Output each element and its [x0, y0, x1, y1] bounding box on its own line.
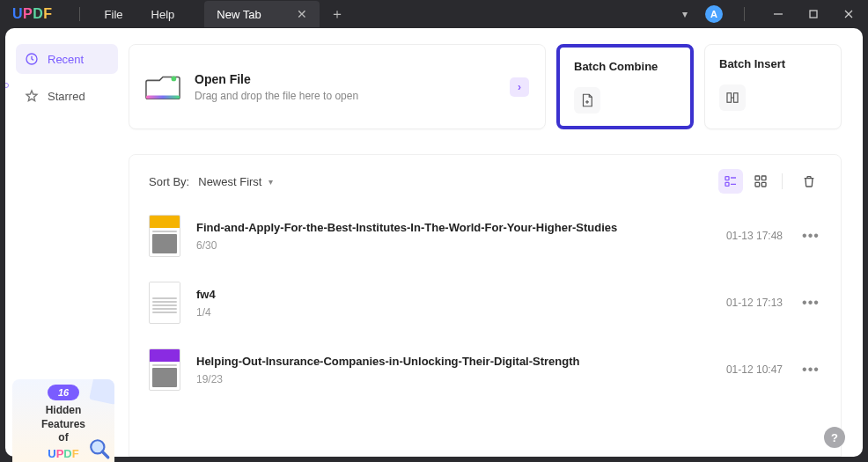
more-options-icon[interactable]: ••• [800, 295, 821, 311]
folder-icon [145, 71, 180, 103]
trash-icon [802, 174, 816, 188]
file-pages: 19/23 [196, 373, 726, 385]
svg-rect-16 [755, 182, 760, 187]
promo-line2: Features [19, 418, 107, 432]
separator [744, 7, 745, 21]
file-pages: 6/30 [196, 239, 726, 252]
sort-value: Newest First [198, 175, 261, 188]
chevron-right-icon[interactable]: › [510, 77, 529, 97]
svg-rect-8 [727, 93, 732, 103]
content-area: Open File Drag and drop the file here to… [129, 28, 863, 457]
svg-rect-10 [725, 177, 729, 180]
recent-files-panel: Sort By: Newest First ▾ [129, 154, 842, 457]
svg-rect-1 [810, 11, 817, 18]
help-button[interactable]: ? [824, 427, 845, 448]
svg-rect-11 [725, 182, 729, 186]
file-thumbnail [149, 282, 180, 324]
batch-combine-title: Batch Combine [574, 60, 676, 73]
clock-icon [25, 52, 39, 66]
file-thumbnail [149, 348, 180, 391]
file-date: 01-12 10:47 [726, 363, 783, 376]
sort-by-label: Sort By: [149, 175, 189, 188]
user-avatar[interactable]: A [705, 5, 723, 23]
window-minimize[interactable] [766, 2, 791, 26]
view-list-button[interactable] [718, 169, 743, 194]
delete-button[interactable] [797, 169, 821, 194]
list-view-icon [724, 174, 738, 188]
promo-badge: 16 [48, 385, 79, 400]
more-options-icon[interactable]: ••• [800, 362, 821, 378]
view-grid-button[interactable] [748, 169, 773, 194]
file-date: 01-12 17:13 [726, 297, 783, 309]
sort-dropdown[interactable]: Newest First ▾ [198, 175, 273, 188]
file-thumbnail [149, 215, 180, 257]
file-pages: 1/4 [196, 306, 726, 319]
svg-line-19 [102, 451, 108, 458]
sidebar-item-starred[interactable]: Starred [16, 81, 118, 111]
open-file-title: Open File [195, 72, 358, 86]
combine-icon [579, 92, 595, 108]
separator [79, 7, 80, 21]
svg-marker-5 [26, 91, 37, 101]
caret-down-icon: ▾ [268, 177, 273, 187]
menu-file[interactable]: File [105, 8, 123, 21]
file-name: Find-and-Apply-For-the-Best-Institutes-I… [196, 221, 726, 234]
promo-card[interactable]: 16 Hidden Features of UPDF [12, 379, 114, 462]
open-file-card[interactable]: Open File Drag and drop the file here to… [129, 44, 546, 129]
svg-rect-17 [761, 182, 766, 187]
open-file-subtitle: Drag and drop the file here to open [195, 90, 358, 102]
window-close[interactable] [836, 2, 861, 26]
action-cards-row: Open File Drag and drop the file here to… [129, 44, 842, 129]
close-tab-icon[interactable]: ✕ [297, 7, 307, 21]
file-name: Helping-Out-Insurance-Companies-in-Unloc… [196, 355, 726, 368]
insert-icon [725, 90, 740, 106]
svg-rect-15 [761, 176, 766, 180]
star-icon [25, 89, 39, 103]
magnifier-icon [88, 437, 111, 460]
main-surface: Recent Starred Open File Drag and drop t… [5, 28, 863, 457]
svg-point-7 [172, 76, 177, 81]
file-row[interactable]: fw4 1/4 01-12 17:13 ••• [149, 269, 821, 336]
sidebar-item-recent[interactable]: Recent [16, 44, 118, 74]
more-options-icon[interactable]: ••• [800, 228, 821, 244]
grid-view-icon [754, 174, 768, 188]
file-date: 01-13 17:48 [726, 230, 783, 242]
file-row[interactable]: Find-and-Apply-For-the-Best-Institutes-I… [149, 202, 821, 269]
svg-rect-6 [146, 95, 180, 99]
chevron-down-icon[interactable]: ▾ [682, 8, 688, 20]
promo-line1: Hidden [19, 404, 107, 418]
sidebar-item-label: Starred [48, 90, 85, 103]
titlebar: UPDF File Help New Tab ✕ ＋ ▾ A [0, 0, 868, 28]
app-logo: UPDF [12, 6, 53, 22]
batch-insert-title: Batch Insert [719, 57, 827, 70]
sidebar-item-label: Recent [48, 53, 84, 66]
file-row[interactable]: Helping-Out-Insurance-Companies-in-Unloc… [149, 336, 821, 403]
file-name: fw4 [196, 288, 726, 301]
tab-title: New Tab [217, 8, 261, 21]
svg-rect-14 [755, 176, 760, 180]
promo-decoration [89, 379, 114, 405]
file-rows: Find-and-Apply-For-the-Best-Institutes-I… [149, 202, 821, 403]
svg-rect-9 [734, 93, 739, 103]
window-maximize[interactable] [801, 2, 826, 26]
batch-combine-card[interactable]: Batch Combine [556, 44, 694, 129]
menu-help[interactable]: Help [151, 8, 175, 21]
tab-new[interactable]: New Tab ✕ [204, 1, 319, 27]
batch-insert-card[interactable]: Batch Insert [704, 44, 842, 129]
separator [782, 173, 783, 189]
add-tab-icon[interactable]: ＋ [330, 5, 344, 24]
list-header: Sort By: Newest First ▾ [149, 169, 821, 194]
